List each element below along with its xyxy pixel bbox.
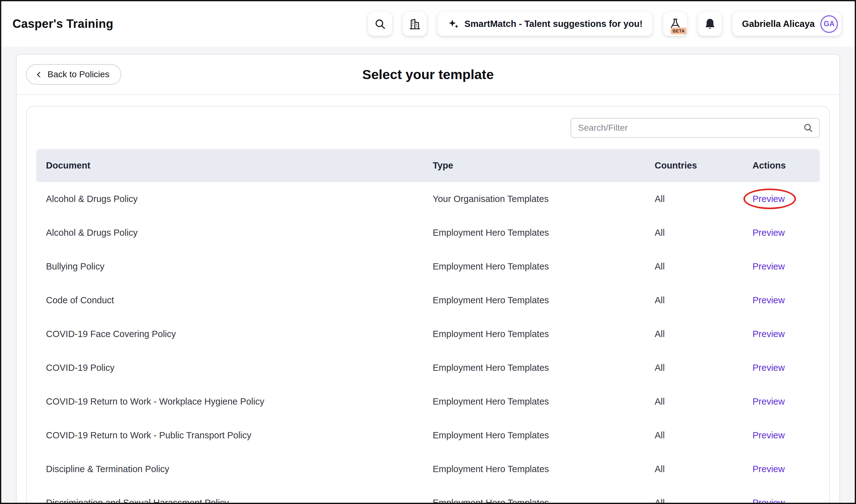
smartmatch-button[interactable]: SmartMatch - Talent suggestions for you!	[438, 12, 653, 36]
document-cell: Bullying Policy	[36, 262, 433, 272]
preview-link[interactable]: Preview	[752, 498, 785, 503]
action-cell: Preview	[752, 430, 820, 440]
chevron-left-icon	[35, 70, 43, 79]
table-row: COVID-19 Return to Work - Public Transpo…	[36, 418, 820, 452]
type-cell: Employment Hero Templates	[433, 228, 655, 238]
beta-badge: BETA	[671, 28, 686, 34]
page-title: Select your template	[17, 67, 839, 82]
card-header: Back to Policies Select your template	[17, 54, 839, 95]
document-cell: Alcohol & Drugs Policy	[36, 194, 433, 204]
countries-cell: All	[655, 262, 752, 272]
action-cell: Preview	[752, 498, 820, 503]
app-title: Casper's Training	[13, 17, 113, 31]
preview-link[interactable]: Preview	[752, 329, 785, 339]
table-body: Alcohol & Drugs Policy Your Organisation…	[36, 182, 820, 503]
app-window: Casper's Training SmartMatch - Talent su…	[0, 0, 856, 504]
type-cell: Employment Hero Templates	[433, 295, 655, 305]
preview-link[interactable]: Preview	[752, 262, 785, 271]
action-cell: Preview	[752, 329, 820, 339]
preview-link[interactable]: Preview	[752, 363, 785, 373]
document-cell: COVID-19 Return to Work - Public Transpo…	[36, 430, 433, 440]
document-cell: COVID-19 Face Covering Policy	[36, 329, 433, 339]
preview-link[interactable]: Preview	[752, 464, 785, 474]
action-cell: Preview	[752, 396, 820, 407]
document-cell: COVID-19 Policy	[36, 363, 433, 373]
action-cell: Preview	[752, 295, 820, 305]
table-row: Alcohol & Drugs Policy Your Organisation…	[36, 182, 820, 216]
column-header-document: Document	[36, 160, 433, 171]
back-button-label: Back to Policies	[48, 69, 109, 79]
table-row: COVID-19 Face Covering Policy Employment…	[36, 317, 820, 351]
search-row	[36, 118, 820, 138]
document-cell: Discrimination and Sexual Harassment Pol…	[36, 498, 433, 503]
preview-link[interactable]: Preview	[752, 430, 785, 440]
column-header-countries: Countries	[655, 160, 752, 171]
user-menu-button[interactable]: Gabriella Alicaya GA	[732, 12, 842, 36]
type-cell: Employment Hero Templates	[433, 363, 655, 373]
back-to-policies-button[interactable]: Back to Policies	[26, 64, 121, 85]
notifications-button[interactable]	[698, 12, 722, 36]
type-cell: Employment Hero Templates	[433, 262, 655, 272]
search-button[interactable]	[368, 12, 392, 36]
action-cell: Preview	[752, 228, 820, 238]
type-cell: Employment Hero Templates	[433, 329, 655, 339]
header-actions: SmartMatch - Talent suggestions for you!…	[368, 12, 842, 36]
action-cell: Preview	[752, 464, 820, 474]
document-cell: COVID-19 Return to Work - Workplace Hygi…	[36, 396, 433, 407]
countries-cell: All	[655, 464, 752, 474]
main-content: Back to Policies Select your template Do…	[1, 47, 855, 503]
sparkle-icon	[447, 18, 459, 30]
templates-table: Document Type Countries Actions Alcohol …	[36, 149, 820, 503]
preview-link[interactable]: Preview	[752, 228, 785, 238]
countries-cell: All	[655, 396, 752, 407]
table-row: COVID-19 Policy Employment Hero Template…	[36, 351, 820, 384]
templates-panel: Document Type Countries Actions Alcohol …	[26, 106, 830, 503]
top-header: Casper's Training SmartMatch - Talent su…	[1, 1, 855, 47]
action-cell: Preview	[752, 194, 820, 204]
search-icon	[374, 18, 387, 30]
column-header-type: Type	[433, 160, 655, 171]
table-row: Bullying Policy Employment Hero Template…	[36, 250, 820, 283]
column-header-actions: Actions	[752, 160, 820, 171]
type-cell: Employment Hero Templates	[433, 464, 655, 474]
search-filter-box	[571, 118, 820, 138]
countries-cell: All	[655, 329, 752, 339]
countries-cell: All	[655, 228, 752, 238]
type-cell: Employment Hero Templates	[433, 498, 655, 503]
table-row: Discrimination and Sexual Harassment Pol…	[36, 486, 820, 503]
document-cell: Alcohol & Drugs Policy	[36, 228, 433, 238]
type-cell: Employment Hero Templates	[433, 396, 655, 407]
user-name: Gabriella Alicaya	[742, 19, 815, 29]
countries-cell: All	[655, 363, 752, 373]
countries-cell: All	[655, 498, 752, 503]
type-cell: Employment Hero Templates	[433, 430, 655, 440]
table-row: Alcohol & Drugs Policy Employment Hero T…	[36, 216, 820, 250]
search-filter-input[interactable]	[571, 118, 820, 138]
action-cell: Preview	[752, 262, 820, 272]
table-row: Discipline & Termination Policy Employme…	[36, 452, 820, 486]
building-icon	[409, 18, 421, 30]
search-icon[interactable]	[803, 123, 814, 133]
countries-cell: All	[655, 194, 752, 204]
table-header-row: Document Type Countries Actions	[36, 149, 820, 182]
template-card: Back to Policies Select your template Do…	[16, 54, 840, 503]
bell-icon	[704, 18, 716, 30]
document-cell: Discipline & Termination Policy	[36, 464, 433, 474]
smartmatch-label: SmartMatch - Talent suggestions for you!	[464, 19, 642, 29]
labs-button[interactable]: BETA	[663, 12, 687, 36]
type-cell: Your Organisation Templates	[433, 194, 655, 204]
preview-link[interactable]: Preview	[752, 194, 785, 204]
countries-cell: All	[655, 295, 752, 305]
table-row: Code of Conduct Employment Hero Template…	[36, 283, 820, 317]
action-cell: Preview	[752, 363, 820, 373]
table-row: COVID-19 Return to Work - Workplace Hygi…	[36, 384, 820, 418]
document-cell: Code of Conduct	[36, 295, 433, 305]
avatar: GA	[820, 15, 838, 33]
countries-cell: All	[655, 430, 752, 440]
preview-link[interactable]: Preview	[752, 396, 785, 407]
preview-link[interactable]: Preview	[752, 295, 785, 305]
organisation-button[interactable]	[403, 12, 427, 36]
